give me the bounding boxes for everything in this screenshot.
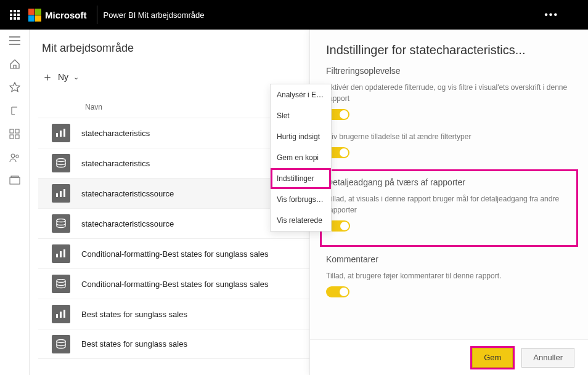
svg-rect-21	[63, 249, 65, 257]
item-name: Conditional-formatting-Best states for s…	[81, 249, 268, 259]
svg-rect-9	[60, 131, 62, 137]
svg-point-4	[11, 154, 15, 158]
svg-rect-2	[10, 135, 14, 139]
waffle-icon	[10, 10, 20, 20]
left-nav-rail	[0, 30, 30, 375]
chevron-down-icon: ⌄	[73, 73, 79, 81]
context-menu-item[interactable]: Analysér i Excel	[271, 84, 331, 105]
item-name: statecharacteristics	[81, 129, 150, 138]
nav-shared[interactable]	[9, 151, 21, 164]
svg-point-26	[57, 339, 65, 342]
microsoft-logo: Microsoft	[28, 9, 87, 22]
nav-home[interactable]	[9, 58, 21, 70]
svg-point-11	[57, 159, 65, 162]
svg-point-18	[57, 219, 65, 222]
svg-rect-7	[11, 176, 18, 177]
context-menu-item[interactable]: Vis forbrugsdata	[271, 189, 331, 210]
filter-toggle1-label: Aktivér den opdaterede filterrude, og vi…	[326, 82, 572, 104]
product-breadcrumb: Power BI Mit arbejdsområde	[104, 10, 205, 20]
cancel-button-label: Annuller	[533, 353, 563, 362]
svg-rect-10	[63, 129, 65, 137]
item-name: Conditional-formatting-Best states for s…	[81, 280, 268, 289]
apps-icon	[9, 129, 20, 140]
item-name: statecharacteristicssource	[81, 219, 174, 228]
context-menu-item[interactable]: Slet	[271, 105, 331, 126]
svg-rect-25	[63, 310, 65, 318]
microsoft-brand-text: Microsoft	[45, 10, 87, 20]
svg-rect-1	[15, 129, 19, 133]
filter-section-title: Filtreringsoplevelse	[326, 66, 572, 76]
save-button-label: Gem	[484, 353, 501, 362]
save-button[interactable]: Gem	[472, 348, 513, 368]
svg-rect-8	[56, 133, 58, 137]
item-name: statecharacteristics	[81, 159, 150, 168]
topbar-more-button[interactable]: •••	[544, 9, 558, 20]
settings-panel: Indstillinger for statecharacteristics..…	[309, 30, 588, 375]
report-icon	[52, 184, 70, 203]
item-context-menu: Analysér i ExcelSletHurtig indsigtGem en…	[270, 84, 332, 232]
context-menu-item[interactable]: Hurtig indsigt	[271, 126, 331, 147]
cancel-button[interactable]: Annuller	[521, 348, 574, 368]
app-launcher-button[interactable]	[5, 5, 25, 25]
workspaces-icon	[9, 175, 20, 187]
comments-toggle-label: Tillad, at brugere føjer kommentarer til…	[326, 270, 572, 281]
svg-rect-14	[63, 189, 65, 197]
nav-collapse-button[interactable]	[9, 34, 21, 47]
dataset-icon	[52, 335, 70, 353]
settings-panel-footer: Gem Annuller	[310, 339, 588, 375]
people-icon	[9, 152, 20, 163]
report-icon	[52, 305, 70, 323]
home-icon	[9, 58, 20, 70]
global-topbar: Microsoft Power BI Mit arbejdsområde •••	[0, 0, 588, 30]
plus-icon: ＋	[42, 70, 53, 84]
hamburger-icon	[9, 36, 20, 45]
nav-apps[interactable]	[9, 128, 21, 140]
svg-rect-13	[60, 191, 62, 197]
nav-workspaces[interactable]	[9, 175, 21, 187]
report-icon	[52, 244, 70, 263]
svg-rect-19	[56, 254, 58, 257]
item-name: Best states for sunglass sales	[81, 310, 187, 319]
topbar-divider	[97, 6, 97, 24]
item-name: statecharacteristicssource	[81, 189, 174, 198]
recent-icon	[10, 106, 20, 116]
filter-toggle2-label: Giv brugerne tilladelse til at ændre fil…	[326, 131, 572, 142]
microsoft-logo-icon	[28, 9, 41, 22]
svg-rect-3	[15, 135, 19, 139]
settings-panel-title: Indstillinger for statecharacteristics..…	[326, 43, 572, 57]
cross-report-drill-section: Detaljeadgang på tværs af rapporter Till…	[320, 169, 578, 247]
nav-recent[interactable]	[9, 105, 21, 117]
svg-rect-20	[60, 251, 62, 257]
new-item-label: Ny	[58, 72, 68, 82]
drill-toggle-label: Tillad, at visuals i denne rapport bruge…	[327, 193, 571, 216]
svg-rect-6	[10, 177, 20, 184]
context-menu-item[interactable]: Vis relaterede	[271, 210, 331, 231]
svg-point-22	[57, 280, 65, 283]
comments-toggle[interactable]	[326, 286, 349, 297]
drill-section-title: Detaljeadgang på tværs af rapporter	[327, 177, 571, 187]
comments-section-title: Kommentarer	[326, 254, 572, 264]
context-menu-item[interactable]: Gem en kopi	[271, 147, 331, 168]
svg-rect-0	[10, 129, 14, 133]
dataset-icon	[52, 214, 70, 233]
svg-point-5	[15, 155, 18, 158]
dataset-icon	[52, 275, 70, 293]
svg-rect-24	[60, 312, 62, 318]
svg-rect-23	[56, 314, 58, 318]
context-menu-item[interactable]: Indstillinger	[271, 168, 331, 189]
nav-favorites[interactable]	[9, 81, 21, 94]
report-icon	[52, 124, 70, 142]
dataset-icon	[52, 154, 70, 172]
star-icon	[9, 82, 20, 93]
svg-rect-12	[56, 193, 58, 197]
item-name: Best states for sunglass sales	[81, 339, 187, 349]
